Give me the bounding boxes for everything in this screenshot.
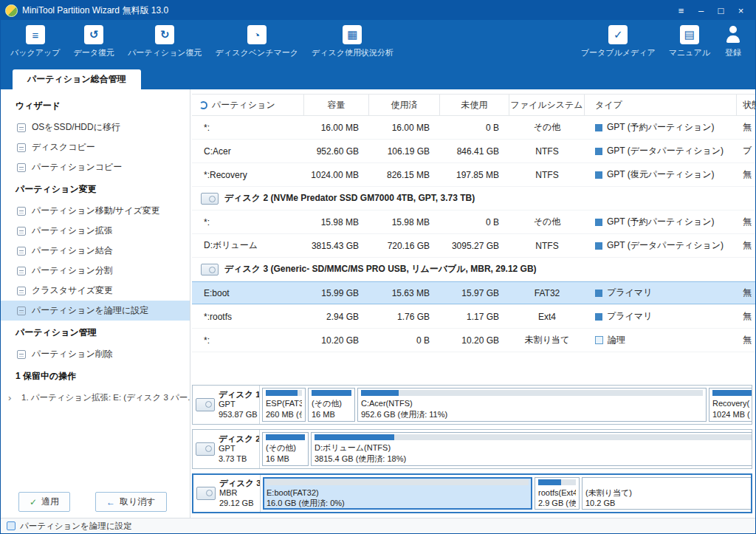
tab-bar: パーティション総合管理	[1, 69, 755, 89]
column-header[interactable]: パーティション	[192, 95, 304, 115]
partition-block[interactable]: C:Acer(NTFS)952.6 GB (使用済: 11%)	[357, 388, 707, 422]
sidebar-item[interactable]: パーティションを論理に設定	[1, 301, 190, 321]
usage-bar	[267, 479, 529, 485]
undo-button[interactable]: ← 取り消す	[95, 492, 167, 512]
partition-block-label: C:Acer(NTFS)	[361, 398, 703, 409]
partition-row[interactable]: E:boot15.99 GB15.63 MB15.97 GBFAT32プライマリ…	[192, 281, 755, 305]
cell-status: 無	[737, 116, 755, 139]
sidebar-item-icon	[17, 143, 26, 152]
bootable-media-icon: ✓	[608, 25, 628, 44]
partition-block-label: Recovery(	[712, 398, 752, 409]
column-header[interactable]: タイプ	[585, 95, 737, 115]
toolbar-item-register[interactable]: 登録	[717, 25, 749, 58]
sidebar-item-icon	[17, 163, 26, 172]
apply-button[interactable]: ✓ 適用	[18, 492, 70, 512]
cell: 未割り当て	[509, 329, 585, 352]
sidebar-nav: ウィザードOSをSSD/HDDに移行ディスクコピーパーティションコピーパーティシ…	[1, 94, 190, 408]
sidebar-item[interactable]: パーティション分割	[1, 261, 190, 281]
partition-type-square	[595, 242, 602, 250]
partition-row[interactable]: C:Acer952.60 GB106.19 GB846.41 GBNTFSGPT…	[192, 140, 755, 163]
partition-type-label: GPT (データパーティション)	[607, 239, 724, 252]
cell: 2.94 GB	[304, 305, 369, 328]
close-button[interactable]: ×	[731, 2, 751, 18]
cell: 197.85 MB	[440, 163, 509, 186]
sidebar-item[interactable]: パーティション結合	[1, 241, 190, 261]
partition-row[interactable]: D:ボリューム3815.43 GB720.16 GB3095.27 GBNTFS…	[192, 234, 755, 258]
toolbar-item-bootable-media[interactable]: ✓ブータブルメディア	[574, 25, 662, 58]
disk-strip[interactable]: ディスク 2GPT3.73 TB(その他)16 MBD:ボリューム(NTFS)3…	[192, 429, 752, 469]
disk-header-row[interactable]: ディスク 3 (Generic- SD/MMC/MS PRO USB, リムーバ…	[192, 258, 755, 281]
toolbar-item-label: ディスクベンチマーク	[216, 47, 298, 58]
cell: 3815.43 GB	[304, 234, 369, 257]
partition-block[interactable]: D:ボリューム(NTFS)3815.4 GB (使用済: 18%)	[311, 432, 752, 466]
partition-row[interactable]: *:Recovery1024.00 MB826.15 MB197.85 MBNT…	[192, 163, 755, 187]
column-header[interactable]: 使用済	[369, 95, 440, 115]
sidebar-item[interactable]: パーティション削除	[1, 344, 190, 364]
column-header[interactable]: 状態	[737, 95, 755, 115]
sidebar-item[interactable]: パーティション移動/サイズ変更	[1, 201, 190, 221]
toolbar-item-data-recovery[interactable]: ↺データ復元	[67, 25, 122, 58]
partition-row[interactable]: *:10.20 GB0 B10.20 GB未割り当て論理無	[192, 329, 755, 352]
toolbar-item-disk-benchmark[interactable]: ◔ディスクベンチマーク	[209, 25, 305, 58]
partition-block[interactable]: ESP(FAT32260 MB (使	[262, 388, 306, 422]
partition-block[interactable]: E:boot(FAT32)16.0 GB (使用済: 0%)	[263, 477, 532, 510]
minimize-button[interactable]: –	[691, 2, 711, 18]
data-recovery-icon: ↺	[84, 25, 103, 44]
partition-block[interactable]: (未割り当て)10.2 GB	[582, 477, 751, 510]
maximize-button[interactable]: □	[711, 2, 731, 18]
disk-strip[interactable]: ディスク 1GPT953.87 GBESP(FAT32260 MB (使(その他…	[192, 385, 752, 425]
disk-info[interactable]: ディスク 2GPT3.73 TB	[193, 430, 260, 468]
column-header[interactable]: 未使用	[440, 95, 509, 115]
sidebar-item-icon	[17, 207, 26, 216]
column-header[interactable]: 容量	[304, 95, 369, 115]
cell-status: ブ	[737, 140, 755, 162]
sidebar-item[interactable]: パーティションコピー	[1, 157, 190, 177]
partition-type-label: GPT (データパーティション)	[607, 145, 724, 157]
partition-block[interactable]: Recovery(1024 MB (	[709, 388, 752, 422]
cell-type: GPT (予約パーティション)	[585, 210, 737, 233]
cell: 826.15 MB	[369, 163, 440, 186]
cell-type: GPT (復元パーティション)	[585, 163, 737, 186]
toolbar-item-partition-recovery[interactable]: ↻パーティション復元	[121, 25, 209, 58]
undo-arrow-icon: ←	[106, 497, 115, 507]
disk-info[interactable]: ディスク 1GPT953.87 GB	[193, 386, 260, 424]
disk-name: ディスク 1	[219, 389, 260, 400]
column-header[interactable]: ファイルシステム	[509, 95, 585, 115]
cell: 15.98 MB	[304, 210, 369, 233]
sidebar-item-label: パーティション削除	[32, 348, 113, 360]
partition-block-label: ESP(FAT32	[266, 398, 302, 409]
sidebar-section-header: パーティション変更	[1, 177, 190, 201]
cell: NTFS	[509, 163, 585, 186]
sidebar-item[interactable]: ディスクコピー	[1, 137, 190, 157]
disk-header-row[interactable]: ディスク 2 (NVMe Predator SSD GM7000 4TB, GP…	[192, 187, 755, 210]
disk-name: ディスク 3	[219, 478, 261, 488]
toolbar-item-backup[interactable]: ≡バックアップ	[4, 25, 67, 58]
disk-strip[interactable]: ディスク 3MBR29.12 GBE:boot(FAT32)16.0 GB (使…	[192, 473, 752, 513]
sidebar-item[interactable]: ›1. パーティション拡張: E: (ディスク 3 パー...	[1, 388, 190, 408]
usage-bar	[315, 434, 752, 440]
partition-row[interactable]: *:rootfs2.94 GB1.76 GB1.17 GBExt4プライマリ無	[192, 305, 755, 329]
sidebar-item[interactable]: パーティション拡張	[1, 221, 190, 241]
partition-row[interactable]: *:16.00 MB16.00 MB0 Bその他GPT (予約パーティション)無	[192, 116, 755, 140]
sidebar-item[interactable]: OSをSSD/HDDに移行	[1, 117, 190, 137]
menu-icon[interactable]: ≡	[671, 2, 691, 18]
disk-size: 29.12 GB	[219, 499, 261, 509]
toolbar-item-label: パーティション復元	[128, 47, 202, 58]
partition-block[interactable]: rootfs(Ext42.9 GB (使	[535, 477, 580, 510]
partition-block[interactable]: (その他)16 MB	[308, 388, 355, 422]
sidebar-item[interactable]: クラスタサイズ変更	[1, 281, 190, 301]
partition-type-label: GPT (予約パーティション)	[607, 216, 714, 228]
partition-row[interactable]: *:15.98 MB15.98 MB0 Bその他GPT (予約パーティション)無	[192, 210, 755, 234]
refresh-icon[interactable]	[199, 101, 207, 109]
disk-size: 953.87 GB	[219, 410, 260, 420]
cell: 15.63 MB	[369, 281, 440, 304]
cell: 10.20 GB	[440, 329, 509, 352]
toolbar-item-space-analyzer[interactable]: ▦ディスク使用状況分析	[305, 25, 400, 58]
partition-block[interactable]: (その他)16 MB	[262, 432, 309, 466]
sidebar-item-icon	[17, 307, 26, 315]
toolbar-item-manual[interactable]: ▤マニュアル	[662, 25, 717, 58]
toolbar-item-label: データ復元	[74, 47, 115, 58]
tab-partition-management[interactable]: パーティション総合管理	[13, 69, 141, 89]
disk-info[interactable]: ディスク 3MBR29.12 GB	[193, 475, 261, 512]
chevron-right-icon[interactable]: ›	[8, 392, 16, 403]
